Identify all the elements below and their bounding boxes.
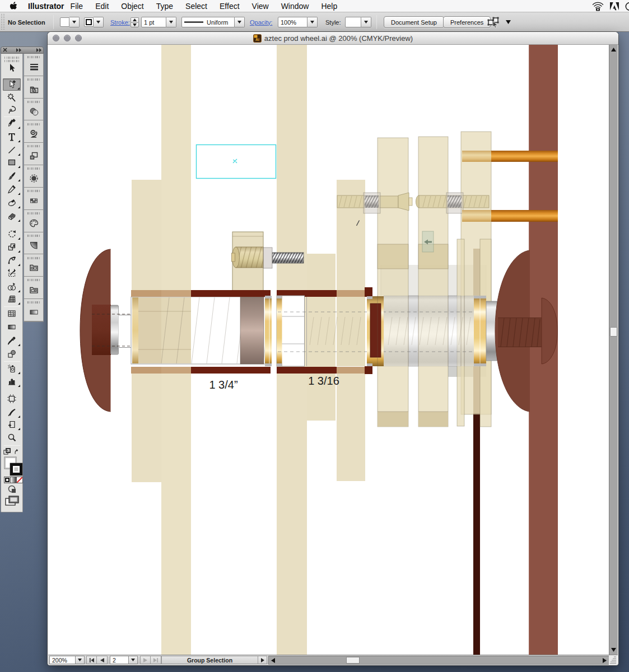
stroke-link[interactable]: Stroke: xyxy=(110,19,130,26)
page-number-field[interactable]: 2 xyxy=(110,656,129,664)
tool-slice[interactable] xyxy=(3,406,21,418)
fill-swatch-arrow[interactable] xyxy=(69,17,80,27)
scroll-right-arrow[interactable] xyxy=(600,656,609,664)
menu-window[interactable]: Window xyxy=(275,2,315,11)
tool-magic-wand[interactable] xyxy=(3,91,21,104)
scroll-up-arrow[interactable] xyxy=(609,45,618,54)
previous-page-button[interactable] xyxy=(97,656,108,664)
window-resize-grip[interactable] xyxy=(609,655,618,665)
opacity-field[interactable]: 100% xyxy=(278,17,307,27)
stroke-weight-arrow[interactable] xyxy=(166,17,176,27)
screen-mode-button[interactable] xyxy=(5,496,20,507)
status-menu-arrow[interactable] xyxy=(258,656,267,664)
dock-panel-brushes[interactable] xyxy=(24,255,43,277)
dock-panel-color[interactable] xyxy=(24,210,43,232)
tool-scale[interactable] xyxy=(3,241,21,253)
horizontal-scroll-thumb[interactable] xyxy=(346,657,360,664)
tool-zoom[interactable] xyxy=(3,431,21,444)
palette-header[interactable] xyxy=(1,46,44,54)
preferences-button[interactable]: Preferences xyxy=(443,16,491,28)
tool-print-tiling[interactable] xyxy=(3,418,21,431)
menu-file[interactable]: File xyxy=(64,2,90,11)
menu-view[interactable]: View xyxy=(246,2,275,11)
style-field[interactable] xyxy=(345,17,361,27)
menu-effect[interactable]: Effect xyxy=(213,2,246,11)
stroke-weight-field[interactable]: 1 pt xyxy=(141,17,166,27)
stroke-swatch-arrow[interactable] xyxy=(94,17,104,27)
tool-selection[interactable] xyxy=(3,62,21,74)
style-arrow[interactable] xyxy=(361,17,371,27)
apple-logo-icon[interactable] xyxy=(10,2,17,11)
opacity-arrow[interactable] xyxy=(307,17,318,27)
dock-panel-graphic-styles[interactable] xyxy=(24,277,43,299)
wifi-camera-icon[interactable] xyxy=(591,2,604,11)
drawing-mode-button[interactable] xyxy=(7,485,18,494)
dock-panel-transform[interactable] xyxy=(24,143,43,165)
fill-swatch[interactable] xyxy=(60,17,69,27)
clock-icon[interactable] xyxy=(625,2,629,11)
last-page-button[interactable] xyxy=(151,656,161,664)
tool-direct-selection[interactable] xyxy=(3,78,21,91)
menu-type[interactable]: Type xyxy=(150,2,179,11)
tool-shape-builder[interactable] xyxy=(3,281,21,293)
tool-lasso[interactable] xyxy=(3,104,21,116)
tool-column-graph[interactable] xyxy=(3,375,21,388)
width-profile-field[interactable]: Uniform xyxy=(181,17,235,27)
close-button[interactable] xyxy=(53,35,59,41)
select-similar-arrow[interactable] xyxy=(506,20,511,24)
tool-blob-brush[interactable] xyxy=(3,197,21,209)
dock-panel-menu[interactable] xyxy=(24,54,43,76)
dock-panel-select-circle[interactable] xyxy=(24,165,43,188)
dock-panel-swatches[interactable] xyxy=(24,188,43,210)
horizontal-scrollbar[interactable] xyxy=(268,656,609,665)
swap-fill-stroke-icon[interactable] xyxy=(3,448,21,456)
menu-edit[interactable]: Edit xyxy=(89,2,115,11)
window-title-bar[interactable]: Ai aztec prod wheel.ai @ 200% (CMYK/Prev… xyxy=(48,32,618,45)
menu-select[interactable]: Select xyxy=(179,2,213,11)
canvas[interactable]: 1 3/4” 1 3/16 xyxy=(48,45,609,655)
tool-artboard[interactable] xyxy=(3,393,21,405)
minimize-button[interactable] xyxy=(64,35,71,41)
tool-eraser[interactable] xyxy=(3,210,21,222)
dock-panel-symbols[interactable] xyxy=(24,121,43,143)
adobe-logo-icon[interactable] xyxy=(610,2,619,11)
next-page-button[interactable] xyxy=(140,656,151,664)
dock-panel-gradient-fan[interactable] xyxy=(24,232,43,255)
tool-rotate[interactable] xyxy=(3,228,21,240)
stroke-swatch[interactable] xyxy=(84,17,94,27)
menu-help[interactable]: Help xyxy=(315,2,343,11)
status-text[interactable]: Group Selection xyxy=(161,656,258,664)
dock-panel-gradient[interactable] xyxy=(24,299,43,321)
first-page-button[interactable] xyxy=(86,656,97,664)
tool-line-segment[interactable] xyxy=(3,144,21,156)
width-profile-arrow[interactable] xyxy=(235,17,245,27)
vertical-scroll-thumb[interactable] xyxy=(610,327,617,337)
select-similar-objects-icon[interactable] xyxy=(487,17,500,28)
document-setup-button[interactable]: Document Setup xyxy=(384,16,444,28)
tool-paintbrush[interactable] xyxy=(3,170,21,182)
stroke-weight-stepper[interactable] xyxy=(131,17,139,27)
control-bar-grip[interactable] xyxy=(1,14,4,30)
page-dropdown-arrow[interactable] xyxy=(129,656,138,664)
tool-perspective-grid[interactable] xyxy=(3,293,21,305)
tool-pen[interactable] xyxy=(3,117,21,129)
tool-mesh[interactable] xyxy=(3,307,21,320)
tool-pencil[interactable] xyxy=(3,183,21,195)
app-name[interactable]: Illustrator xyxy=(28,2,64,11)
dock-panel-transparency[interactable] xyxy=(24,99,43,121)
opacity-link[interactable]: Opacity: xyxy=(250,19,272,26)
tool-width[interactable] xyxy=(3,254,21,267)
tool-symbol-sprayer[interactable] xyxy=(3,362,21,375)
zoom-dropdown-arrow[interactable] xyxy=(76,656,85,664)
menu-object[interactable]: Object xyxy=(115,2,150,11)
scroll-down-arrow[interactable] xyxy=(609,645,618,654)
dock-panel-artboards[interactable] xyxy=(24,76,43,99)
zoom-field[interactable]: 200% xyxy=(49,656,76,664)
tool-rectangle[interactable] xyxy=(3,156,21,169)
tool-blend[interactable] xyxy=(3,348,21,360)
stroke-indicator[interactable] xyxy=(10,463,23,476)
tool-free-transform[interactable] xyxy=(3,267,21,279)
tool-gradient[interactable] xyxy=(3,321,21,333)
tool-type[interactable] xyxy=(3,130,21,143)
tool-eyedropper[interactable] xyxy=(3,334,21,347)
